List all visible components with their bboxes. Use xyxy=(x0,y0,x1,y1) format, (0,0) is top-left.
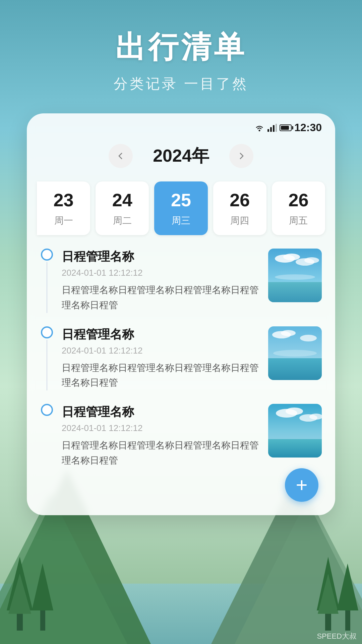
schedule-content: 日程管理名称 2024-01-01 12:12:12 日程管理名称日程管理名称日… xyxy=(62,326,260,391)
signal-icon xyxy=(267,124,277,132)
status-bar: 12:30 xyxy=(27,113,335,137)
prev-year-button[interactable] xyxy=(109,144,133,168)
schedule-title: 日程管理名称 xyxy=(62,326,260,343)
date-item-26a[interactable]: 26 周四 xyxy=(213,181,266,235)
date-strip: 23 周一 24 周二 25 周三 26 周四 26 周五 xyxy=(27,178,335,245)
date-number: 26 xyxy=(288,190,308,210)
timeline-line xyxy=(47,262,47,313)
svg-rect-19 xyxy=(276,124,277,132)
thumb-svg xyxy=(268,249,322,302)
timeline-dot xyxy=(41,326,53,338)
chevron-right-icon xyxy=(237,151,246,161)
timeline-col xyxy=(40,249,54,313)
schedule-desc: 日程管理名称日程管理名称日程管理名称日程管 理名称日程管 xyxy=(62,361,260,391)
date-number: 25 xyxy=(171,190,191,210)
year-nav: 2024年 xyxy=(27,137,335,178)
schedule-title: 日程管理名称 xyxy=(62,404,260,420)
schedule-list: 日程管理名称 2024-01-01 12:12:12 日程管理名称日程管理名称日… xyxy=(27,245,335,488)
schedule-content: 日程管理名称 2024-01-01 12:12:12 日程管理名称日程管理名称日… xyxy=(62,249,260,313)
svg-point-29 xyxy=(273,350,317,357)
schedule-content: 日程管理名称 2024-01-01 12:12:12 日程管理名称日程管理名称日… xyxy=(62,404,260,468)
add-icon: + xyxy=(296,475,307,495)
schedule-time: 2024-01-01 12:12:12 xyxy=(62,345,260,356)
date-item-25[interactable]: 25 周三 xyxy=(154,181,207,235)
thumb-svg xyxy=(268,326,322,380)
date-weekday: 周二 xyxy=(113,214,132,227)
date-item-26b[interactable]: 26 周五 xyxy=(272,181,325,235)
add-schedule-button[interactable]: + xyxy=(285,468,318,502)
timeline-dot xyxy=(41,404,53,416)
svg-point-26 xyxy=(304,257,319,263)
svg-point-22 xyxy=(275,274,315,280)
schedule-item[interactable]: 日程管理名称 2024-01-01 12:12:12 日程管理名称日程管理名称日… xyxy=(40,404,322,468)
date-weekday: 周一 xyxy=(54,214,73,227)
page-title: 出行清单 xyxy=(115,27,247,68)
svg-rect-18 xyxy=(273,125,275,132)
date-item-24[interactable]: 24 周二 xyxy=(96,181,149,235)
year-display: 2024年 xyxy=(153,144,209,168)
page-subtitle: 分类记录 一目了然 xyxy=(114,74,248,93)
schedule-desc: 日程管理名称日程管理名称日程管理名称日程管 理名称日程管 xyxy=(62,438,260,468)
battery-icon xyxy=(280,124,292,131)
schedule-item[interactable]: 日程管理名称 2024-01-01 12:12:12 日程管理名称日程管理名称日… xyxy=(40,326,322,391)
svg-rect-21 xyxy=(268,282,322,302)
svg-point-24 xyxy=(283,254,300,260)
schedule-desc: 日程管理名称日程管理名称日程管理名称日程管 理名称日程管 xyxy=(62,283,260,313)
chevron-left-icon xyxy=(116,151,125,161)
schedule-item[interactable]: 日程管理名称 2024-01-01 12:12:12 日程管理名称日程管理名称日… xyxy=(40,249,322,313)
svg-point-32 xyxy=(300,335,317,341)
schedule-time: 2024-01-01 12:12:12 xyxy=(62,423,260,433)
svg-point-31 xyxy=(281,330,296,336)
wifi-icon xyxy=(254,124,265,132)
date-number: 24 xyxy=(112,190,132,210)
schedule-thumbnail xyxy=(268,249,322,302)
timeline-line xyxy=(47,340,47,391)
schedule-thumbnail xyxy=(268,404,322,458)
schedule-thumbnail xyxy=(268,326,322,380)
schedule-time: 2024-01-01 12:12:12 xyxy=(62,268,260,278)
next-year-button[interactable] xyxy=(229,144,253,168)
thumb-svg xyxy=(268,404,322,458)
date-weekday: 周四 xyxy=(230,214,249,227)
svg-rect-17 xyxy=(270,127,272,132)
svg-point-15 xyxy=(259,129,260,131)
timeline-col xyxy=(40,326,54,391)
schedule-title: 日程管理名称 xyxy=(62,249,260,265)
timeline-dot xyxy=(41,249,53,261)
timeline-col xyxy=(40,404,54,468)
status-icons: 12:30 xyxy=(254,121,322,134)
date-number: 26 xyxy=(230,190,250,210)
svg-rect-28 xyxy=(268,358,322,380)
status-time: 12:30 xyxy=(294,121,322,134)
phone-card: 12:30 2024年 23 周一 24 xyxy=(27,113,335,515)
svg-rect-16 xyxy=(267,129,269,132)
date-weekday: 周五 xyxy=(289,214,308,227)
content-wrapper: 出行清单 分类记录 一目了然 xyxy=(0,0,362,644)
date-number: 23 xyxy=(54,190,74,210)
svg-point-36 xyxy=(286,408,303,415)
watermark: SPEED大叔 xyxy=(317,631,357,641)
svg-rect-34 xyxy=(268,439,322,458)
date-item-23[interactable]: 23 周一 xyxy=(37,181,90,235)
date-weekday: 周三 xyxy=(172,214,190,227)
